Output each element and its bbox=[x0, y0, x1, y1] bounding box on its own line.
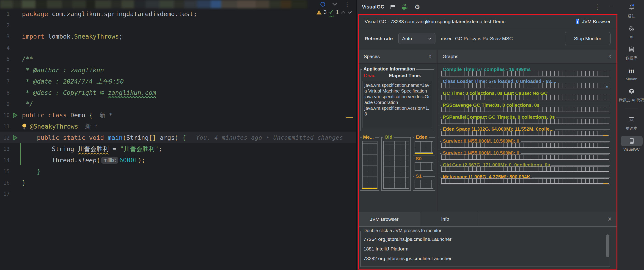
editor-tab[interactable] bbox=[184, 0, 197, 8]
sidebar-item-tencent-ai[interactable]: 腾讯云 AI 代码 bbox=[619, 86, 644, 103]
code-line-17[interactable]: 17 bbox=[0, 188, 356, 200]
editor-tab[interactable] bbox=[47, 0, 62, 8]
jvm-process-row[interactable]: 77264 org.jetbrains.jps.cmdline.Launcher bbox=[361, 234, 610, 244]
editor-tab[interactable] bbox=[197, 0, 211, 8]
graph-row[interactable]: Class Loader Time: 576 loaded, 0 unloade… bbox=[440, 82, 610, 89]
editor-tab[interactable] bbox=[62, 0, 72, 8]
code-token: 川普会胜利 bbox=[78, 145, 109, 153]
run-icon[interactable] bbox=[11, 112, 19, 118]
editor-tab[interactable] bbox=[281, 0, 291, 8]
sidebar-item-maven[interactable]: mMaven bbox=[619, 66, 644, 81]
git-blame-annotation[interactable]: You, 4 minutes ago • Uncommitted changes bbox=[196, 134, 343, 141]
graph-row[interactable]: Survivor 0 (455.000M, 10.500M): 0 bbox=[440, 142, 610, 149]
run-widget-icon[interactable] bbox=[320, 2, 325, 7]
close-icon[interactable]: X bbox=[608, 216, 616, 222]
editor-tab[interactable] bbox=[269, 0, 281, 8]
code-line-7[interactable]: 7 * @date : 2024/7/4 上午9:50 bbox=[0, 76, 356, 87]
close-icon[interactable]: X bbox=[428, 54, 432, 59]
jvm-process-row[interactable]: 1881 IntelliJ Platform bbox=[361, 244, 610, 254]
scrollbar-warning-stripe[interactable] bbox=[346, 117, 353, 118]
editor-tab[interactable] bbox=[174, 0, 184, 8]
graph-row[interactable]: GC Time: 0 collections, 0s Last Cause: N… bbox=[440, 94, 610, 101]
minimize-icon[interactable] bbox=[609, 7, 614, 7]
code-line-4[interactable]: 4 bbox=[0, 42, 356, 53]
chevron-down-icon[interactable] bbox=[332, 3, 337, 6]
sidebar-item-visualgc[interactable]: VisualGC bbox=[619, 136, 644, 152]
spaces-tab[interactable]: Spaces X bbox=[359, 50, 436, 64]
sidebar-item-ai[interactable]: AI bbox=[619, 24, 644, 40]
sidebar-item-database[interactable]: 数据库 bbox=[619, 44, 644, 61]
jvm-process-row[interactable]: 78282 org.jetbrains.jps.cmdline.Launcher bbox=[361, 254, 610, 263]
editor-tab[interactable] bbox=[0, 0, 12, 8]
gear-icon[interactable]: ⚙ bbox=[414, 3, 420, 11]
code-line-1[interactable]: 1package com.zanglikun.springdataredisde… bbox=[0, 8, 356, 20]
editor-tab[interactable] bbox=[134, 0, 146, 8]
graph-strip bbox=[441, 155, 609, 160]
editor-tab[interactable] bbox=[159, 0, 174, 8]
editor-tab[interactable] bbox=[256, 0, 269, 8]
eden-chart[interactable]: Eden bbox=[413, 137, 435, 156]
graph-row[interactable]: Compile Time: 57 compiles - 16.499ms bbox=[440, 70, 610, 77]
run-icon[interactable] bbox=[11, 135, 19, 141]
java-coffee-icon[interactable] bbox=[402, 4, 408, 10]
close-icon[interactable]: X bbox=[608, 54, 612, 59]
scrollbar-thumb[interactable] bbox=[606, 234, 609, 257]
editor-tab[interactable] bbox=[211, 0, 221, 8]
tool-window-options-icon[interactable]: ⋮ bbox=[594, 4, 600, 10]
survivor1-chart[interactable]: S1 bbox=[413, 176, 435, 191]
code-token: */ bbox=[22, 100, 33, 107]
editor-tab[interactable] bbox=[86, 0, 95, 8]
editor-tab[interactable] bbox=[291, 0, 307, 8]
tab-jvm-browser[interactable]: JVM Browser bbox=[359, 212, 420, 226]
editor-tab[interactable] bbox=[146, 0, 159, 8]
graph-strip bbox=[441, 178, 609, 184]
sidebar-item-notifications[interactable]: 通知 bbox=[619, 2, 644, 19]
sidebar-item-wordbook[interactable]: A单词本 bbox=[619, 114, 644, 131]
editor-tab[interactable] bbox=[221, 0, 237, 8]
old-gen-chart[interactable]: Old bbox=[381, 137, 411, 191]
more-options-icon[interactable]: ⋮ bbox=[344, 2, 350, 7]
editor-tab[interactable] bbox=[111, 0, 122, 8]
code-lines[interactable]: 1package com.zanglikun.springdataredisde… bbox=[0, 8, 356, 200]
code-line-12[interactable]: 12 public static void main(String[] args… bbox=[0, 132, 356, 143]
graph-row[interactable]: Metaspace (1.008G, 4.375M): 800.094K bbox=[440, 177, 610, 185]
graph-row[interactable]: PSParallelCompact GC Time:0s, 0 collecti… bbox=[440, 117, 610, 125]
graph-row[interactable]: PSScavenge GC Time:0s, 0 collections, 0s bbox=[440, 106, 610, 113]
graph-row[interactable]: Survivor 1 (455.000M, 10.500M): 0 bbox=[440, 153, 610, 161]
code-line-8[interactable]: 8 * @desc : Copyright © zanglikun.com bbox=[0, 87, 356, 98]
layout-icon[interactable] bbox=[390, 5, 395, 9]
code-line-14[interactable]: 14 Thread.sleep(millis:6000L); bbox=[0, 155, 356, 166]
code-line-10[interactable]: 10public class Demo { 新 * bbox=[0, 109, 356, 121]
code-line-16[interactable]: 16} bbox=[0, 177, 356, 188]
editor-tab[interactable] bbox=[95, 0, 111, 8]
code-line-13[interactable]: 13 String 川普会胜利 = "川普会胜利"; bbox=[0, 143, 356, 155]
code-line-2[interactable]: 2 bbox=[0, 20, 356, 31]
stop-monitor-button[interactable]: Stop Monitor bbox=[565, 32, 610, 45]
editor-tab[interactable] bbox=[22, 0, 36, 8]
tab-info[interactable]: Info bbox=[420, 212, 478, 226]
refresh-rate-select[interactable]: Auto bbox=[398, 33, 436, 44]
code-line-6[interactable]: 6 * @author : zanglikun bbox=[0, 65, 356, 76]
code-line-3[interactable]: 3import lombok.SneakyThrows; bbox=[0, 31, 356, 42]
editor-tab[interactable] bbox=[12, 0, 22, 8]
code-line-11[interactable]: 11@SneakyThrows 新 * bbox=[0, 121, 356, 132]
survivor0-chart[interactable]: S0 bbox=[413, 159, 435, 173]
code-line-5[interactable]: 5/** bbox=[0, 53, 356, 65]
graph-row[interactable]: Eden Space (1.332G, 64.000M): 11.552M, 0… bbox=[440, 129, 610, 137]
metaspace-chart[interactable]: Me... bbox=[360, 137, 379, 191]
vcs-change-marker[interactable] bbox=[20, 143, 21, 165]
editor-tab-strip-blurred[interactable] bbox=[0, 0, 307, 8]
code-editor[interactable]: ⋮ 3 ✓ 1 1package com.zanglikun.springdat… bbox=[0, 0, 356, 270]
graph-row[interactable]: Old Gen (2.667G, 171.000M): 0, 0collecti… bbox=[440, 165, 610, 173]
editor-tab[interactable] bbox=[36, 0, 47, 8]
editor-tab[interactable] bbox=[122, 0, 134, 8]
jvm-browser-link[interactable]: JVM Browser bbox=[576, 19, 610, 24]
graphs-tab[interactable]: Graphs X bbox=[438, 50, 616, 64]
vm-properties-box[interactable]: java.vm.specification.name=Java Virtual … bbox=[362, 81, 432, 128]
intention-bulb-icon[interactable] bbox=[22, 123, 26, 130]
editor-tab[interactable] bbox=[237, 0, 256, 8]
code-line-9[interactable]: 9 */ bbox=[0, 98, 356, 109]
code-line-15[interactable]: 15 } bbox=[0, 166, 356, 177]
editor-tab[interactable] bbox=[72, 0, 86, 8]
jvm-process-list[interactable]: 77264 org.jetbrains.jps.cmdline.Launcher… bbox=[361, 231, 610, 263]
